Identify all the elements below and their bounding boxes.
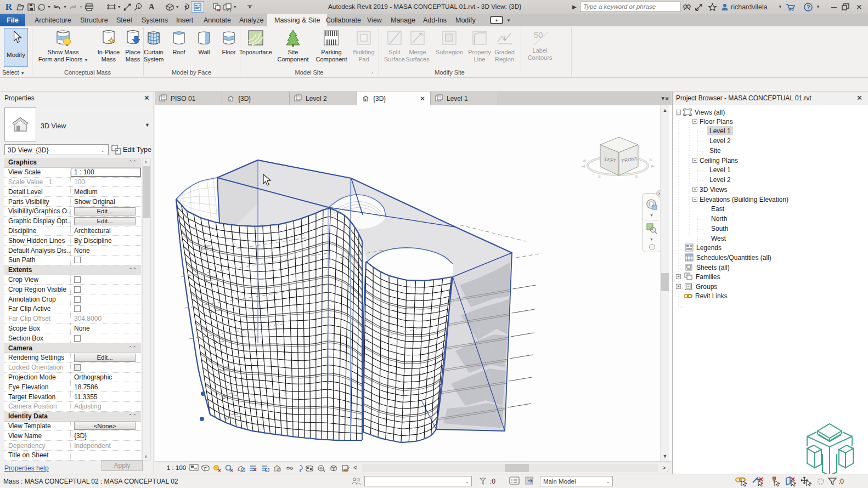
svg-text:S: S (598, 174, 601, 178)
svg-text:Level: Level (223, 365, 230, 368)
svg-text:<: < (353, 464, 357, 472)
svg-text:Level: Level (230, 412, 238, 416)
svg-text:1: 1 (138, 4, 140, 8)
svg-text:Level: Level (218, 337, 226, 340)
svg-text:W: W (583, 159, 587, 163)
svg-text:?: ? (807, 4, 810, 10)
svg-text:Level: Level (213, 306, 221, 309)
svg-text:E: E (635, 174, 638, 178)
svg-text:Level: Level (209, 275, 216, 279)
svg-text:N: N (650, 158, 652, 162)
svg-text:Level: Level (227, 391, 234, 395)
svg-text:Level: Level (204, 244, 211, 247)
